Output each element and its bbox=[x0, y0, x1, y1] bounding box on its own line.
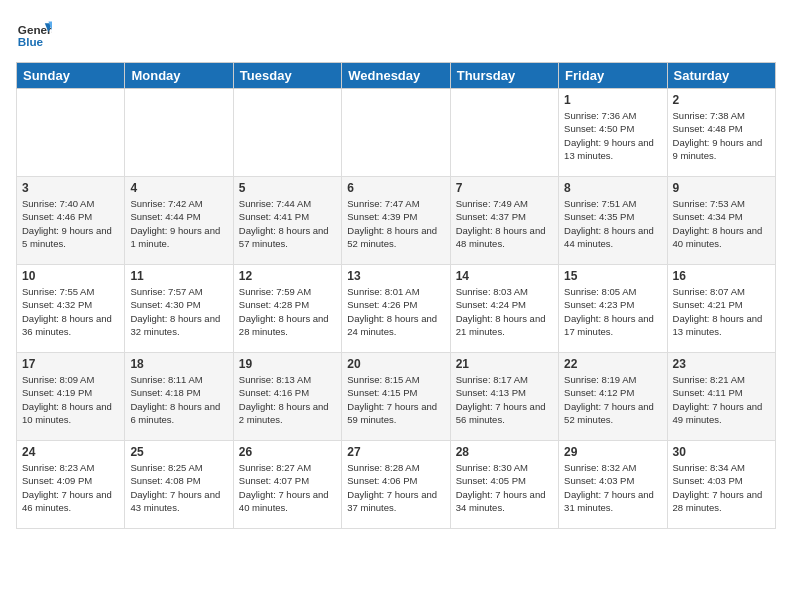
col-header-saturday: Saturday bbox=[667, 63, 775, 89]
week-row-3: 10Sunrise: 7:55 AM Sunset: 4:32 PM Dayli… bbox=[17, 265, 776, 353]
col-header-thursday: Thursday bbox=[450, 63, 558, 89]
day-number: 21 bbox=[456, 357, 553, 371]
week-row-2: 3Sunrise: 7:40 AM Sunset: 4:46 PM Daylig… bbox=[17, 177, 776, 265]
day-info: Sunrise: 8:09 AM Sunset: 4:19 PM Dayligh… bbox=[22, 373, 119, 426]
day-cell: 27Sunrise: 8:28 AM Sunset: 4:06 PM Dayli… bbox=[342, 441, 450, 529]
day-info: Sunrise: 8:23 AM Sunset: 4:09 PM Dayligh… bbox=[22, 461, 119, 514]
calendar-header-row: SundayMondayTuesdayWednesdayThursdayFrid… bbox=[17, 63, 776, 89]
day-number: 15 bbox=[564, 269, 661, 283]
week-row-5: 24Sunrise: 8:23 AM Sunset: 4:09 PM Dayli… bbox=[17, 441, 776, 529]
day-cell: 2Sunrise: 7:38 AM Sunset: 4:48 PM Daylig… bbox=[667, 89, 775, 177]
day-cell: 12Sunrise: 7:59 AM Sunset: 4:28 PM Dayli… bbox=[233, 265, 341, 353]
day-cell bbox=[17, 89, 125, 177]
day-info: Sunrise: 8:30 AM Sunset: 4:05 PM Dayligh… bbox=[456, 461, 553, 514]
day-info: Sunrise: 8:13 AM Sunset: 4:16 PM Dayligh… bbox=[239, 373, 336, 426]
day-cell: 1Sunrise: 7:36 AM Sunset: 4:50 PM Daylig… bbox=[559, 89, 667, 177]
day-info: Sunrise: 7:51 AM Sunset: 4:35 PM Dayligh… bbox=[564, 197, 661, 250]
day-number: 7 bbox=[456, 181, 553, 195]
day-number: 6 bbox=[347, 181, 444, 195]
day-cell: 28Sunrise: 8:30 AM Sunset: 4:05 PM Dayli… bbox=[450, 441, 558, 529]
day-number: 9 bbox=[673, 181, 770, 195]
day-cell: 17Sunrise: 8:09 AM Sunset: 4:19 PM Dayli… bbox=[17, 353, 125, 441]
day-info: Sunrise: 8:28 AM Sunset: 4:06 PM Dayligh… bbox=[347, 461, 444, 514]
day-number: 14 bbox=[456, 269, 553, 283]
day-cell bbox=[125, 89, 233, 177]
day-number: 24 bbox=[22, 445, 119, 459]
day-number: 5 bbox=[239, 181, 336, 195]
day-cell: 4Sunrise: 7:42 AM Sunset: 4:44 PM Daylig… bbox=[125, 177, 233, 265]
day-cell: 22Sunrise: 8:19 AM Sunset: 4:12 PM Dayli… bbox=[559, 353, 667, 441]
day-number: 27 bbox=[347, 445, 444, 459]
day-info: Sunrise: 7:44 AM Sunset: 4:41 PM Dayligh… bbox=[239, 197, 336, 250]
day-info: Sunrise: 8:21 AM Sunset: 4:11 PM Dayligh… bbox=[673, 373, 770, 426]
day-number: 4 bbox=[130, 181, 227, 195]
day-info: Sunrise: 8:34 AM Sunset: 4:03 PM Dayligh… bbox=[673, 461, 770, 514]
day-info: Sunrise: 7:49 AM Sunset: 4:37 PM Dayligh… bbox=[456, 197, 553, 250]
day-number: 28 bbox=[456, 445, 553, 459]
day-cell: 26Sunrise: 8:27 AM Sunset: 4:07 PM Dayli… bbox=[233, 441, 341, 529]
day-cell: 5Sunrise: 7:44 AM Sunset: 4:41 PM Daylig… bbox=[233, 177, 341, 265]
day-info: Sunrise: 8:32 AM Sunset: 4:03 PM Dayligh… bbox=[564, 461, 661, 514]
day-cell: 24Sunrise: 8:23 AM Sunset: 4:09 PM Dayli… bbox=[17, 441, 125, 529]
day-info: Sunrise: 8:01 AM Sunset: 4:26 PM Dayligh… bbox=[347, 285, 444, 338]
day-cell: 7Sunrise: 7:49 AM Sunset: 4:37 PM Daylig… bbox=[450, 177, 558, 265]
day-cell: 18Sunrise: 8:11 AM Sunset: 4:18 PM Dayli… bbox=[125, 353, 233, 441]
day-cell: 21Sunrise: 8:17 AM Sunset: 4:13 PM Dayli… bbox=[450, 353, 558, 441]
day-info: Sunrise: 8:27 AM Sunset: 4:07 PM Dayligh… bbox=[239, 461, 336, 514]
day-info: Sunrise: 7:47 AM Sunset: 4:39 PM Dayligh… bbox=[347, 197, 444, 250]
day-cell: 20Sunrise: 8:15 AM Sunset: 4:15 PM Dayli… bbox=[342, 353, 450, 441]
day-number: 13 bbox=[347, 269, 444, 283]
day-cell: 19Sunrise: 8:13 AM Sunset: 4:16 PM Dayli… bbox=[233, 353, 341, 441]
day-cell: 8Sunrise: 7:51 AM Sunset: 4:35 PM Daylig… bbox=[559, 177, 667, 265]
col-header-wednesday: Wednesday bbox=[342, 63, 450, 89]
day-info: Sunrise: 8:11 AM Sunset: 4:18 PM Dayligh… bbox=[130, 373, 227, 426]
day-number: 22 bbox=[564, 357, 661, 371]
day-cell: 13Sunrise: 8:01 AM Sunset: 4:26 PM Dayli… bbox=[342, 265, 450, 353]
day-number: 10 bbox=[22, 269, 119, 283]
week-row-1: 1Sunrise: 7:36 AM Sunset: 4:50 PM Daylig… bbox=[17, 89, 776, 177]
day-cell: 15Sunrise: 8:05 AM Sunset: 4:23 PM Dayli… bbox=[559, 265, 667, 353]
logo: General Blue bbox=[16, 16, 52, 52]
day-cell: 6Sunrise: 7:47 AM Sunset: 4:39 PM Daylig… bbox=[342, 177, 450, 265]
header: General Blue bbox=[16, 16, 776, 52]
day-info: Sunrise: 8:05 AM Sunset: 4:23 PM Dayligh… bbox=[564, 285, 661, 338]
day-cell: 29Sunrise: 8:32 AM Sunset: 4:03 PM Dayli… bbox=[559, 441, 667, 529]
day-number: 30 bbox=[673, 445, 770, 459]
col-header-monday: Monday bbox=[125, 63, 233, 89]
day-cell: 30Sunrise: 8:34 AM Sunset: 4:03 PM Dayli… bbox=[667, 441, 775, 529]
day-info: Sunrise: 7:57 AM Sunset: 4:30 PM Dayligh… bbox=[130, 285, 227, 338]
day-number: 17 bbox=[22, 357, 119, 371]
page: General Blue SundayMondayTuesdayWednesda… bbox=[0, 0, 792, 537]
day-cell: 25Sunrise: 8:25 AM Sunset: 4:08 PM Dayli… bbox=[125, 441, 233, 529]
day-info: Sunrise: 7:40 AM Sunset: 4:46 PM Dayligh… bbox=[22, 197, 119, 250]
day-cell: 16Sunrise: 8:07 AM Sunset: 4:21 PM Dayli… bbox=[667, 265, 775, 353]
svg-text:Blue: Blue bbox=[18, 35, 44, 48]
day-info: Sunrise: 7:42 AM Sunset: 4:44 PM Dayligh… bbox=[130, 197, 227, 250]
day-cell: 9Sunrise: 7:53 AM Sunset: 4:34 PM Daylig… bbox=[667, 177, 775, 265]
day-number: 2 bbox=[673, 93, 770, 107]
week-row-4: 17Sunrise: 8:09 AM Sunset: 4:19 PM Dayli… bbox=[17, 353, 776, 441]
day-number: 23 bbox=[673, 357, 770, 371]
day-number: 8 bbox=[564, 181, 661, 195]
day-number: 11 bbox=[130, 269, 227, 283]
day-info: Sunrise: 8:03 AM Sunset: 4:24 PM Dayligh… bbox=[456, 285, 553, 338]
day-cell: 3Sunrise: 7:40 AM Sunset: 4:46 PM Daylig… bbox=[17, 177, 125, 265]
day-cell bbox=[342, 89, 450, 177]
day-info: Sunrise: 7:38 AM Sunset: 4:48 PM Dayligh… bbox=[673, 109, 770, 162]
day-number: 29 bbox=[564, 445, 661, 459]
day-number: 25 bbox=[130, 445, 227, 459]
day-info: Sunrise: 8:15 AM Sunset: 4:15 PM Dayligh… bbox=[347, 373, 444, 426]
day-info: Sunrise: 7:53 AM Sunset: 4:34 PM Dayligh… bbox=[673, 197, 770, 250]
day-number: 18 bbox=[130, 357, 227, 371]
calendar: SundayMondayTuesdayWednesdayThursdayFrid… bbox=[16, 62, 776, 529]
day-info: Sunrise: 8:07 AM Sunset: 4:21 PM Dayligh… bbox=[673, 285, 770, 338]
day-number: 20 bbox=[347, 357, 444, 371]
day-number: 16 bbox=[673, 269, 770, 283]
day-cell: 10Sunrise: 7:55 AM Sunset: 4:32 PM Dayli… bbox=[17, 265, 125, 353]
day-cell: 23Sunrise: 8:21 AM Sunset: 4:11 PM Dayli… bbox=[667, 353, 775, 441]
col-header-tuesday: Tuesday bbox=[233, 63, 341, 89]
day-number: 12 bbox=[239, 269, 336, 283]
day-number: 3 bbox=[22, 181, 119, 195]
day-info: Sunrise: 7:36 AM Sunset: 4:50 PM Dayligh… bbox=[564, 109, 661, 162]
day-info: Sunrise: 8:17 AM Sunset: 4:13 PM Dayligh… bbox=[456, 373, 553, 426]
